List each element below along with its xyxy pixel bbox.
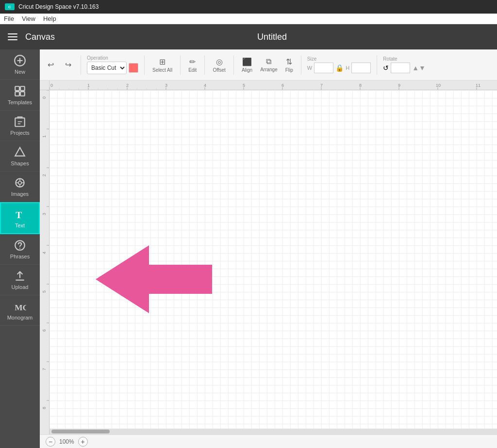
sidebar-item-projects[interactable]: Projects (0, 111, 40, 141)
svg-marker-10 (15, 147, 25, 156)
ruler-corner (40, 80, 50, 90)
rotate-label: Rotate (383, 56, 397, 62)
toolbar-divider-3 (180, 55, 181, 75)
operation-select[interactable]: Basic Cut (87, 62, 127, 74)
svg-text:7: 7 (42, 368, 47, 370)
scrollbar-horizontal[interactable] (50, 429, 497, 434)
align-button[interactable]: ⬛ Align (240, 56, 254, 74)
lock-icon[interactable]: 🔒 (335, 64, 344, 72)
svg-point-12 (18, 181, 22, 185)
flip-label: Flip (285, 67, 293, 73)
templates-icon (14, 85, 26, 97)
monogram-icon: MG (14, 300, 26, 313)
sidebar-item-templates-label: Templates (8, 99, 32, 105)
svg-rect-4 (20, 86, 25, 91)
menu-bar: File View Help (0, 14, 497, 24)
edit-icon: ✏ (189, 57, 196, 66)
menu-file[interactable]: File (4, 15, 14, 22)
svg-text:0: 0 (50, 83, 53, 88)
svg-rect-22 (50, 80, 497, 90)
svg-text:11: 11 (476, 83, 480, 88)
rotate-stepper[interactable]: ▲▼ (412, 65, 426, 70)
offset-button[interactable]: ◎ Offset (211, 56, 228, 74)
sidebar-item-monogram-label: Monogram (7, 315, 33, 320)
svg-text:3: 3 (165, 83, 167, 88)
svg-text:6: 6 (42, 329, 47, 332)
phrases-icon (14, 239, 26, 252)
sidebar-item-new[interactable]: New (0, 49, 40, 80)
svg-text:7: 7 (320, 83, 323, 88)
svg-text:MG: MG (15, 303, 26, 312)
svg-text:1: 1 (87, 83, 90, 88)
menu-help[interactable]: Help (43, 15, 56, 22)
header: Canvas Untitled (0, 24, 497, 49)
zoom-out-button[interactable]: − (46, 437, 55, 447)
arrange-icon: ⧉ (266, 57, 271, 66)
rotate-input[interactable] (391, 63, 410, 73)
ruler-container: 0 1 2 3 4 5 6 7 8 9 10 11 (40, 80, 497, 90)
size-group: Size W 🔒 H (307, 56, 371, 73)
sidebar-item-text-label: Text (15, 223, 25, 228)
svg-text:0: 0 (42, 96, 47, 99)
redo-button[interactable]: ↪ (61, 58, 75, 72)
toolbar-divider-2 (144, 55, 145, 75)
zoom-in-button[interactable]: + (78, 437, 88, 447)
width-input[interactable] (314, 63, 333, 73)
undo-button[interactable]: ↩ (44, 58, 57, 72)
rotate-control: ↺ ▲▼ (383, 63, 426, 73)
arrange-button[interactable]: ⧉ Arrange (258, 56, 280, 73)
color-swatch[interactable] (129, 63, 138, 73)
canvas[interactable] (50, 90, 497, 434)
svg-rect-7 (15, 118, 25, 126)
scrollbar-thumb (51, 430, 110, 433)
svg-text:4: 4 (204, 83, 206, 88)
hamburger-menu[interactable] (8, 33, 17, 40)
offset-label: Offset (213, 67, 226, 73)
sidebar: New Templates Projects Shapes Images T T… (0, 49, 40, 448)
edit-button[interactable]: ✏ Edit (186, 56, 199, 74)
sidebar-item-text[interactable]: T Text (0, 202, 40, 234)
height-input[interactable] (351, 63, 371, 73)
svg-text:10: 10 (436, 83, 441, 88)
ruler-v-svg: 0 1 2 3 4 5 6 7 (40, 90, 50, 434)
document-title: Untitled (55, 32, 489, 42)
sidebar-item-shapes[interactable]: Shapes (0, 141, 40, 172)
sidebar-item-phrases[interactable]: Phrases (0, 234, 40, 265)
upload-icon (14, 270, 26, 282)
svg-text:5: 5 (243, 83, 245, 88)
app-name: Cricut Design Space v7.10.163 (18, 3, 99, 10)
svg-text:4: 4 (42, 252, 47, 254)
projects-icon (14, 115, 26, 128)
flip-button[interactable]: ⇅ Flip (283, 56, 295, 74)
svg-text:5: 5 (42, 290, 47, 293)
svg-text:1: 1 (42, 135, 47, 138)
images-icon (14, 176, 26, 189)
app-logo: C (5, 3, 15, 10)
sidebar-item-images[interactable]: Images (0, 172, 40, 202)
zoom-level: 100% (59, 438, 74, 445)
h-label: H (346, 65, 349, 71)
arrange-label: Arrange (260, 67, 278, 72)
canvas-scroll[interactable] (50, 90, 497, 434)
svg-text:8: 8 (42, 407, 47, 409)
svg-rect-3 (15, 86, 19, 91)
content-area: ↩ ↪ Operation Basic Cut ⊞ Select All ✏ (40, 49, 497, 448)
sidebar-item-templates[interactable]: Templates (0, 80, 40, 111)
svg-marker-75 (96, 245, 212, 313)
rotate-icon: ↺ (383, 64, 389, 72)
align-label: Align (242, 67, 252, 73)
sidebar-item-monogram[interactable]: MG Monogram (0, 295, 40, 326)
rotate-group: Rotate ↺ ▲▼ (383, 56, 426, 73)
sidebar-item-shapes-label: Shapes (11, 160, 29, 166)
sidebar-item-upload[interactable]: Upload (0, 265, 40, 295)
title-bar: C Cricut Design Space v7.10.163 (0, 0, 497, 14)
toolbar-divider-6 (301, 55, 301, 75)
menu-view[interactable]: View (22, 15, 35, 22)
svg-text:9: 9 (398, 83, 400, 88)
operation-label: Operation (87, 55, 108, 61)
toolbar: ↩ ↪ Operation Basic Cut ⊞ Select All ✏ (40, 49, 497, 80)
sidebar-item-upload-label: Upload (12, 284, 29, 290)
svg-point-19 (19, 248, 20, 249)
select-all-button[interactable]: ⊞ Select All (150, 56, 174, 74)
svg-text:2: 2 (42, 174, 47, 176)
